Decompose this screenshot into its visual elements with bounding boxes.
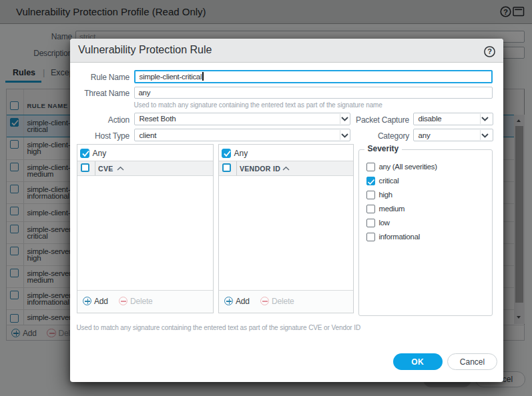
svg-text:?: ?	[487, 47, 492, 55]
